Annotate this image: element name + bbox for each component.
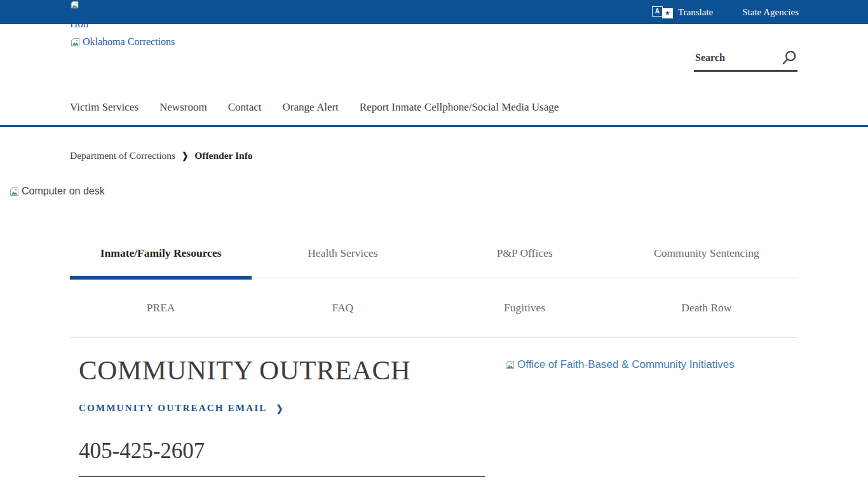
breadcrumb: Department of Corrections ❯ Offender Inf…: [70, 150, 253, 161]
translate-button[interactable]: A ★ Translate: [652, 6, 713, 18]
tab-death-row[interactable]: Death Row: [616, 278, 797, 337]
translate-icon: A ★: [652, 6, 673, 18]
search-box: [694, 46, 797, 72]
tab-prea[interactable]: PREA: [70, 278, 252, 337]
section-tabs: Inmate/Family Resources Health Services …: [70, 229, 797, 338]
translate-label: Translate: [678, 7, 713, 18]
tab-faq[interactable]: FAQ: [252, 278, 433, 337]
email-link-label: COMMUNITY OUTREACH EMAIL: [79, 403, 267, 414]
chevron-right-icon: ❯: [182, 150, 188, 161]
tab-row-secondary: PREA FAQ Fugitives Death Row: [70, 278, 797, 338]
page-title: COMMUNITY OUTREACH: [79, 355, 410, 386]
header-divider: [0, 125, 868, 127]
breadcrumb-department-of-corrections[interactable]: Department of Corrections: [70, 150, 175, 161]
nav-contact[interactable]: Contact: [228, 101, 262, 114]
broken-image-icon: [9, 186, 20, 197]
site-logo-link[interactable]: Oklahoma Corrections: [70, 36, 175, 48]
phone-number: 405-425-2607: [79, 438, 205, 464]
faith-based-initiatives-link[interactable]: Office of Faith-Based & Community Initia…: [505, 358, 735, 371]
tab-fugitives[interactable]: Fugitives: [434, 278, 616, 337]
search-button[interactable]: [780, 50, 797, 67]
tab-row-primary: Inmate/Family Resources Health Services …: [70, 229, 797, 278]
state-agencies-link[interactable]: State Agencies: [742, 7, 799, 18]
nav-report-inmate-cellphone[interactable]: Report Inmate Cellphone/Social Media Usa…: [360, 101, 559, 114]
main-navigation: Victim Services Newsroom Contact Orange …: [70, 101, 559, 114]
search-icon: [780, 50, 797, 67]
banner-image-alt-text: Computer on desk: [22, 186, 105, 197]
state-agencies-label: State Agencies: [742, 7, 799, 18]
search-input[interactable]: [694, 51, 780, 64]
nav-orange-alert[interactable]: Orange Alert: [283, 101, 339, 114]
chevron-right-icon: ❯: [276, 402, 283, 414]
nav-victim-services[interactable]: Victim Services: [70, 101, 139, 114]
broken-image-icon: [505, 360, 515, 370]
content-divider: [79, 476, 485, 477]
faith-based-initiatives-label: Office of Faith-Based & Community Initia…: [517, 358, 735, 371]
logo-broken-image-icon: [70, 37, 81, 48]
tab-pp-offices[interactable]: P&P Offices: [434, 229, 616, 278]
community-outreach-email-link[interactable]: COMMUNITY OUTREACH EMAIL ❯: [79, 403, 283, 414]
breadcrumb-current: Offender Info: [194, 150, 252, 161]
banner-broken-image: Computer on desk: [9, 186, 105, 197]
home-broken-image-icon: [70, 0, 79, 12]
nav-newsroom[interactable]: Newsroom: [159, 101, 207, 114]
site-logo-label: Oklahoma Corrections: [83, 36, 175, 48]
top-utility-bar: A ★ Translate State Agencies: [0, 0, 868, 24]
tab-health-services[interactable]: Health Services: [252, 229, 433, 278]
tab-inmate-family-resources[interactable]: Inmate/Family Resources: [70, 229, 252, 278]
tab-community-sentencing[interactable]: Community Sentencing: [616, 229, 797, 278]
